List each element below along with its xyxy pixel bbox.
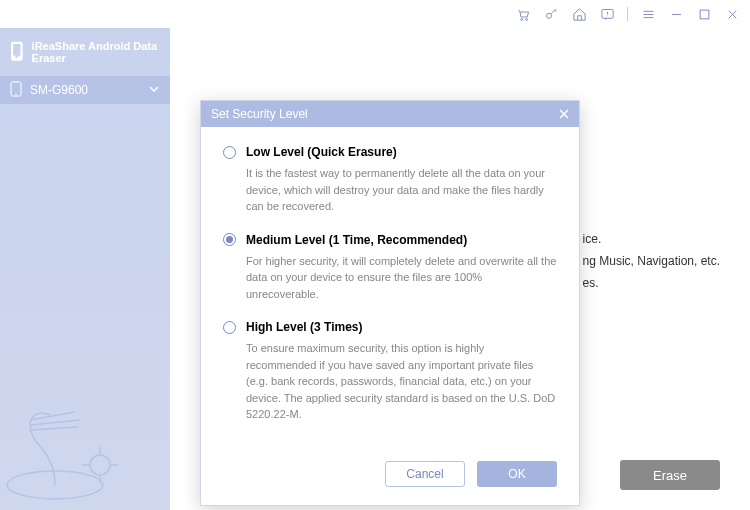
option-title: Medium Level (1 Time, Recommended) [246,233,467,247]
modal-body: Low Level (Quick Erasure) It is the fast… [201,127,579,451]
option-desc: To ensure maximum security, this option … [223,340,557,423]
modal-footer: Cancel OK [201,451,579,505]
option-medium-level[interactable]: Medium Level (1 Time, Recommended) For h… [223,233,557,303]
radio-low[interactable] [223,146,236,159]
option-desc: For higher security, it will completely … [223,253,557,303]
modal-close-button[interactable] [555,105,573,123]
ok-button[interactable]: OK [477,461,557,487]
radio-high[interactable] [223,321,236,334]
radio-medium[interactable] [223,233,236,246]
modal-title: Set Security Level [211,107,308,121]
option-desc: It is the fastest way to permanently del… [223,165,557,215]
option-high-level[interactable]: High Level (3 Times) To ensure maximum s… [223,320,557,423]
modal-backdrop: Set Security Level Low Level (Quick Eras… [0,0,750,510]
modal-header: Set Security Level [201,101,579,127]
option-title: Low Level (Quick Erasure) [246,145,397,159]
security-level-modal: Set Security Level Low Level (Quick Eras… [200,100,580,506]
option-title: High Level (3 Times) [246,320,362,334]
cancel-button[interactable]: Cancel [385,461,465,487]
option-low-level[interactable]: Low Level (Quick Erasure) It is the fast… [223,145,557,215]
